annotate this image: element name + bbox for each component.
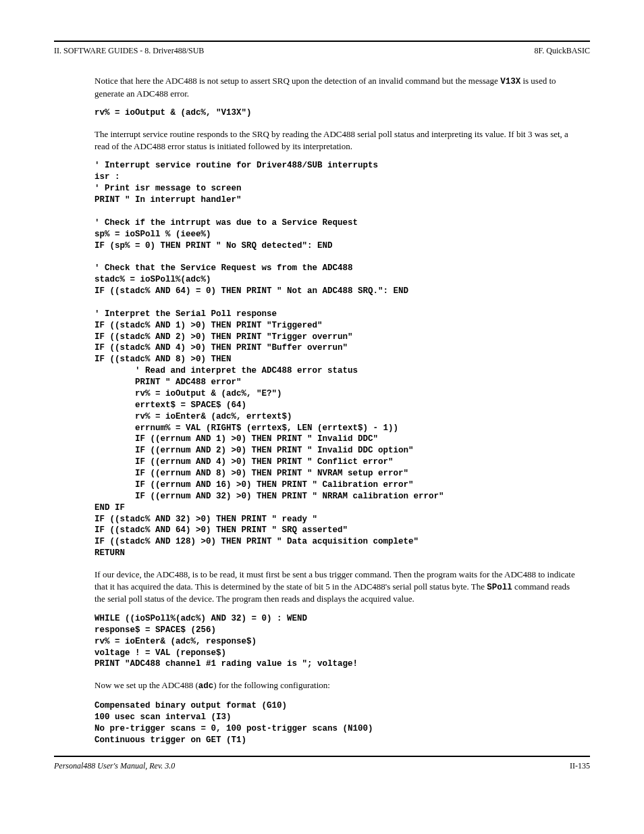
paragraph-4: Now we set up the ADC488 (adc) for the f… (95, 679, 576, 692)
header-right: 8F. QuickBASIC (535, 46, 590, 56)
page-content: Notice that here the ADC488 is not setup… (54, 75, 590, 746)
header-left: II. SOFTWARE GUIDES - 8. Driver488/SUB (54, 46, 204, 56)
code-block-spoll: WHILE ((ioSPoll%(adc%) AND 32) = 0) : WE… (95, 613, 576, 670)
code-block-1: rv% = ioOutput & (adc%, "V13X") (95, 107, 576, 119)
footer-left: Personal488 User's Manual, Rev. 3.0 (54, 761, 175, 771)
code-block-isr: ' Interrupt service routine for Driver48… (95, 160, 576, 559)
page-header: II. SOFTWARE GUIDES - 8. Driver488/SUB 8… (54, 46, 590, 56)
footer-page-number: II-135 (570, 761, 590, 771)
code-block-config: Compensated binary output format (G10) 1… (95, 700, 576, 746)
paragraph-2: The interrupt service routine responds t… (95, 128, 576, 152)
intro-paragraph: Notice that here the ADC488 is not setup… (95, 75, 576, 99)
page-footer: Personal488 User's Manual, Rev. 3.0 II-1… (54, 761, 590, 771)
paragraph-3: If our device, the ADC488, is to be read… (95, 569, 576, 605)
